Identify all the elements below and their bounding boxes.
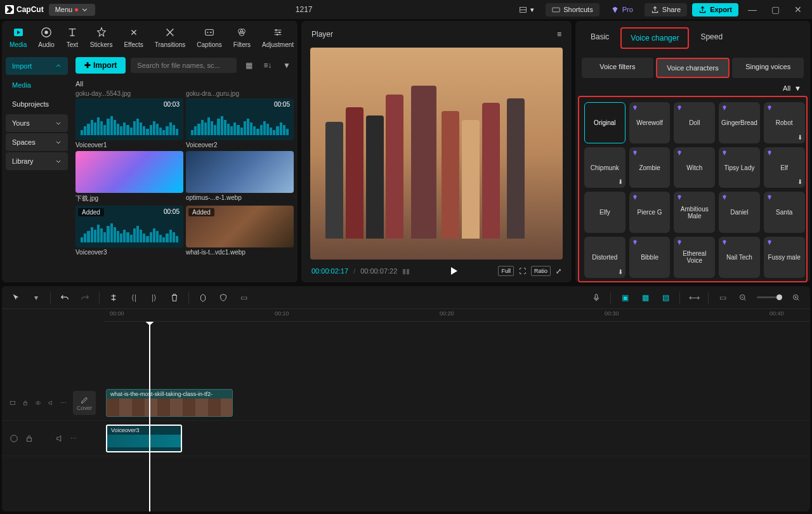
track-collapse-icon[interactable]	[10, 399, 16, 407]
voice-card[interactable]: Daniel	[719, 192, 760, 233]
magnet-track-icon[interactable]: ▦	[639, 291, 652, 304]
undo-button[interactable]	[58, 291, 71, 304]
tab-basic[interactable]: Basic	[582, 27, 618, 49]
align-icon[interactable]: ⟷	[688, 291, 700, 304]
sidebar-import[interactable]: Import	[6, 57, 68, 75]
crop-timeline-button[interactable]: ▭	[237, 291, 250, 304]
video-clip[interactable]: what-is-the-most-skill-taking-class-in-t…	[106, 389, 233, 417]
tab-voice-changer[interactable]: Voice changer	[620, 27, 689, 49]
minimize-button[interactable]: —	[743, 3, 761, 16]
media-item[interactable]: 下载.jpg	[75, 151, 183, 203]
all-filter-label[interactable]: All	[783, 84, 790, 92]
tab-captions[interactable]: Captions	[197, 26, 221, 48]
audio-track-icon[interactable]	[10, 434, 18, 443]
selection-tool[interactable]	[10, 291, 22, 304]
selection-dropdown-icon[interactable]: ▾	[30, 291, 43, 304]
cover-button[interactable]: Cover	[73, 391, 96, 415]
zoom-slider[interactable]	[757, 296, 782, 298]
tab-effects[interactable]: Effects	[124, 26, 143, 48]
magnet-link-icon[interactable]: ▤	[659, 291, 672, 304]
split-button[interactable]	[107, 291, 120, 304]
tab-audio[interactable]: Audio	[38, 26, 55, 48]
crop-icon[interactable]: ⛶	[519, 267, 526, 275]
delete-button[interactable]	[168, 291, 181, 304]
voice-card[interactable]: Ethereal Voice	[674, 237, 715, 278]
ratio-button[interactable]: Ratio	[531, 266, 551, 276]
share-button[interactable]: Share	[645, 3, 687, 16]
mic-icon[interactable]	[590, 291, 603, 304]
subtab-voice-characters[interactable]: Voice characters	[656, 58, 730, 78]
play-button[interactable]	[451, 267, 457, 275]
layout-button[interactable]: ▾	[513, 3, 540, 16]
sidebar-subprojects[interactable]: Subprojects	[6, 95, 68, 113]
split-right-button[interactable]: |⟩	[148, 291, 160, 304]
marker-button[interactable]	[197, 291, 209, 304]
sort-icon[interactable]: ≡↓	[261, 58, 275, 72]
zoom-in-icon[interactable]	[790, 291, 802, 304]
magnet-main-icon[interactable]: ▣	[619, 291, 631, 304]
voice-card[interactable]: Elfy	[584, 192, 625, 233]
sidebar-yours[interactable]: Yours	[6, 114, 68, 132]
eye-icon[interactable]	[35, 399, 41, 407]
voice-card[interactable]: Nail Tech	[719, 237, 760, 278]
track-more-icon[interactable]: ⋯	[60, 399, 67, 406]
import-button[interactable]: ✚ Import	[75, 57, 126, 74]
sidebar-spaces[interactable]: Spaces	[6, 133, 68, 151]
voice-card[interactable]: Tipsy Lady	[719, 147, 760, 188]
mute-icon[interactable]	[55, 434, 64, 443]
tab-speed[interactable]: Speed	[691, 27, 731, 49]
voice-card[interactable]: Werewolf	[629, 102, 671, 143]
zoom-out-icon[interactable]	[737, 291, 749, 304]
menu-button[interactable]: Menu	[49, 4, 96, 16]
media-item[interactable]: 00:05AddedVoiceover3	[75, 206, 183, 256]
track-more-icon[interactable]: ⋯	[70, 435, 77, 442]
voice-card[interactable]: Pierce G	[629, 192, 671, 233]
voice-card[interactable]: Ambitious Male	[674, 192, 715, 233]
sidebar-media[interactable]: Media	[6, 76, 68, 94]
sidebar-library[interactable]: Library	[6, 152, 68, 170]
player-viewport[interactable]	[310, 48, 563, 260]
media-item[interactable]: goku-day...5543.jpg00:03Voiceover1	[75, 90, 183, 148]
shortcuts-button[interactable]: Shortcuts	[546, 3, 599, 16]
voice-card[interactable]: Witch	[674, 147, 715, 188]
maximize-button[interactable]: ▢	[766, 3, 784, 16]
search-input[interactable]: Search for file names, sc...	[131, 58, 237, 73]
voice-card[interactable]: Distorted⬇	[584, 237, 625, 278]
voice-card[interactable]: Zombie	[629, 147, 671, 188]
audio-clip[interactable]: Voiceover3	[106, 425, 182, 452]
timeline-ruler[interactable]: 00:00 00:10 00:20 00:30 00:40	[103, 309, 810, 322]
player-menu-icon[interactable]: ≡	[557, 30, 561, 39]
full-button[interactable]: Full	[498, 266, 514, 276]
fullscreen-icon[interactable]: ⤢	[556, 267, 561, 275]
subtab-voice-filters[interactable]: Voice filters	[582, 58, 653, 78]
subtab-singing-voices[interactable]: Singing voices	[732, 58, 804, 78]
media-item[interactable]: optimus-...e-1.webp	[186, 151, 294, 203]
filter-icon[interactable]: ▼	[794, 84, 801, 92]
filter-icon[interactable]: ▼	[280, 58, 294, 72]
preview-icon[interactable]: ▭	[716, 291, 729, 304]
redo-button[interactable]	[79, 291, 91, 304]
voice-card[interactable]: Elf⬇	[764, 147, 805, 188]
tab-filters[interactable]: Filters	[233, 26, 251, 48]
tab-media[interactable]: Media	[10, 26, 27, 48]
tab-adjustment[interactable]: Adjustment	[262, 26, 294, 48]
media-item[interactable]: goku-dra...guru.jpg00:05Voiceover2	[186, 90, 294, 148]
media-item[interactable]: Addedwhat-is-t...vdc1.webp	[186, 206, 294, 256]
voice-card[interactable]: Santa	[764, 192, 805, 233]
voice-card[interactable]: GingerBread	[719, 102, 760, 143]
playhead[interactable]	[149, 322, 150, 511]
view-grid-icon[interactable]: ▦	[242, 58, 256, 72]
voice-card[interactable]: Fussy male	[764, 237, 805, 278]
lock-icon[interactable]	[25, 434, 34, 443]
voice-card[interactable]: Doll	[674, 102, 715, 143]
mute-icon[interactable]	[48, 399, 54, 407]
shield-button[interactable]	[217, 291, 230, 304]
tab-stickers[interactable]: Stickers	[90, 26, 113, 48]
split-left-button[interactable]: ⟨|	[128, 291, 140, 304]
pro-button[interactable]: Pro	[605, 3, 639, 16]
lock-icon[interactable]	[22, 399, 29, 407]
export-button[interactable]: Export	[692, 3, 738, 16]
close-button[interactable]: ✕	[789, 3, 807, 16]
voice-card[interactable]: Robot⬇	[764, 102, 805, 143]
voice-card[interactable]: Bibble	[629, 237, 671, 278]
